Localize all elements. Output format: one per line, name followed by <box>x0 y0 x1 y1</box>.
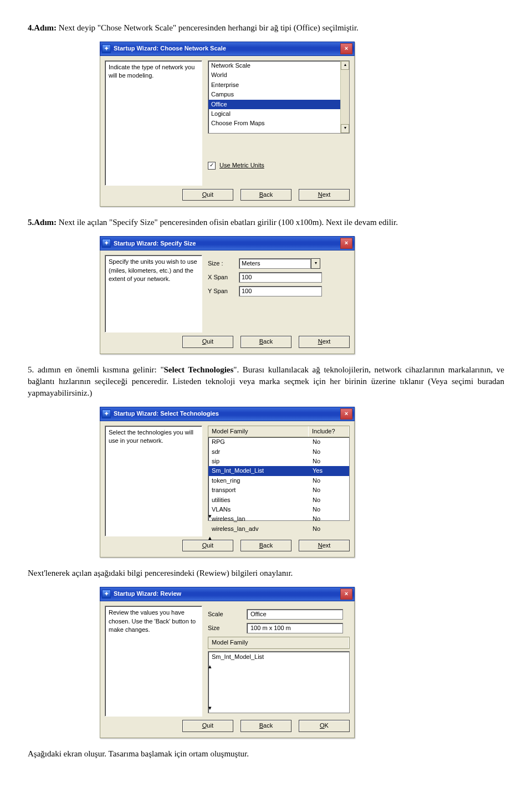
titlebar[interactable]: ✦ Startup Wizard: Select Technologies × <box>100 407 355 421</box>
list-item-selected[interactable]: Office <box>208 100 349 109</box>
dialog-choose-network-scale: ✦ Startup Wizard: Choose Network Scale ×… <box>100 42 355 207</box>
step4-text: Next deyip "Chose Network Scale" pencere… <box>57 23 359 32</box>
table-row[interactable]: VLANsNo <box>208 505 349 514</box>
table-header: Model Family Include? <box>208 426 350 437</box>
instruction-text: Specify the units you wish to use (miles… <box>109 258 197 282</box>
size-value: 100 m x 100 m <box>247 623 343 633</box>
list-item[interactable]: Enterprise <box>208 80 349 90</box>
checkbox-label: Use Metric Units <box>219 162 264 168</box>
quit-button[interactable]: Quit <box>182 336 233 347</box>
list-item[interactable]: Campus <box>208 90 349 99</box>
close-icon[interactable]: × <box>340 408 352 420</box>
instruction-box: Indicate the type of network you will be… <box>105 60 202 186</box>
scroll-down-icon[interactable]: ▾ <box>208 704 212 712</box>
yspan-label: Y Span <box>208 287 239 295</box>
step5-text: Next ile açılan "Specify Size" penceresi… <box>57 218 398 227</box>
chevron-down-icon[interactable]: ▾ <box>311 258 320 269</box>
quit-button[interactable]: Quit <box>182 720 233 732</box>
table-row[interactable]: utilitiesNo <box>208 495 349 505</box>
col-model-family: Model Family <box>208 637 349 648</box>
list-item[interactable]: Logical <box>208 109 349 119</box>
ok-button[interactable]: OK <box>299 720 350 732</box>
xspan-label: X Span <box>208 273 239 282</box>
titlebar[interactable]: ✦ Startup Wizard: Specify Size × <box>100 236 355 250</box>
next-button[interactable]: Next <box>299 336 350 347</box>
step5-paragraph: 5.Adım: Next ile açılan "Specify Size" p… <box>28 217 504 228</box>
list-item[interactable]: World <box>208 70 349 80</box>
scrollbar[interactable]: ▴ ▾ <box>208 534 349 542</box>
col-include[interactable]: Include? <box>309 426 349 437</box>
table-row[interactable]: sdrNo <box>208 447 349 457</box>
table-row[interactable]: wireless_lanNo <box>208 514 349 524</box>
instruction-box: Specify the units you wish to use (miles… <box>105 255 202 332</box>
scroll-down-icon[interactable]: ▾ <box>341 124 349 133</box>
technologies-table[interactable]: RPGNo sdrNo sipNo Sm_Int_Model_ListYes t… <box>208 437 350 521</box>
app-icon: ✦ <box>102 239 111 248</box>
size-label: Size <box>208 624 236 632</box>
list-item[interactable]: Choose From Maps <box>208 119 349 128</box>
network-scale-listbox[interactable]: Network Scale World Enterprise Campus Of… <box>208 60 350 134</box>
table-row-selected[interactable]: Sm_Int_Model_ListYes <box>208 466 349 475</box>
last-paragraph: Aşağıdaki ekran oluşur. Tasarıma başlama… <box>28 748 504 760</box>
size-label: Size : <box>208 259 239 268</box>
step4-heading: 4.Adım: <box>28 23 57 32</box>
scroll-up-icon[interactable]: ▴ <box>341 61 349 70</box>
app-icon: ✦ <box>102 590 111 598</box>
select-tech-paragraph: 5. adımın en önemli kısmına gelinir: "Se… <box>28 364 504 399</box>
scroll-up-icon[interactable]: ▴ <box>208 534 349 542</box>
instruction-text: Review the values you have chosen. Use t… <box>109 609 196 633</box>
app-icon: ✦ <box>102 410 111 418</box>
table-row[interactable]: wireless_lan_advNo <box>208 524 349 534</box>
close-icon[interactable]: × <box>340 238 352 249</box>
size-combo[interactable]: Meters ▾ <box>239 258 320 269</box>
back-button[interactable]: Back <box>241 720 291 732</box>
next-button[interactable]: Next <box>299 189 350 201</box>
table-row[interactable]: RPGNo <box>208 437 349 447</box>
checkbox-icon[interactable]: ✓ <box>208 162 216 170</box>
list-item: Sm_Int_Model_List <box>208 652 349 662</box>
step5-heading: 5.Adım: <box>28 218 57 227</box>
yspan-input[interactable]: 100 <box>239 286 322 296</box>
list-item[interactable]: Network Scale <box>208 61 349 70</box>
titlebar[interactable]: ✦ Startup Wizard: Choose Network Scale × <box>100 42 355 56</box>
scrollbar[interactable]: ▴ ▾ <box>208 662 349 671</box>
review-list: Sm_Int_Model_List ▴ ▾ <box>208 651 350 713</box>
dialog-review: ✦ Startup Wizard: Review × Review the va… <box>100 587 355 738</box>
back-button[interactable]: Back <box>241 336 291 347</box>
titlebar[interactable]: ✦ Startup Wizard: Review × <box>100 587 355 601</box>
col-model-family[interactable]: Model Family <box>208 426 309 437</box>
title-text: Startup Wizard: Specify Size <box>114 239 196 248</box>
size-value[interactable]: Meters <box>239 258 311 269</box>
p5b-a: 5. adımın en önemli kısmına gelinir: " <box>28 365 164 374</box>
instruction-text: Select the technologies you will use in … <box>109 429 193 444</box>
table-row[interactable]: token_ringNo <box>208 476 349 485</box>
table-row[interactable]: sipNo <box>208 457 349 466</box>
quit-button[interactable]: Quit <box>182 189 233 201</box>
step4-paragraph: 4.Adım: Next deyip "Chose Network Scale"… <box>28 22 504 34</box>
title-text: Startup Wizard: Choose Network Scale <box>114 44 226 53</box>
close-icon[interactable]: × <box>340 43 352 54</box>
instruction-box: Review the values you have chosen. Use t… <box>105 606 202 717</box>
scale-value: Office <box>247 609 343 620</box>
title-text: Startup Wizard: Review <box>114 590 181 598</box>
p5b-bold: Select Technologies <box>164 365 234 374</box>
next-review-paragraph: Next'lenerek açılan aşağıdaki bilgi penc… <box>28 567 504 579</box>
close-icon[interactable]: × <box>340 589 352 600</box>
metric-units-row[interactable]: ✓ Use Metric Units <box>208 161 350 170</box>
scroll-up-icon[interactable]: ▴ <box>208 662 349 671</box>
xspan-input[interactable]: 100 <box>239 272 322 283</box>
scale-label: Scale <box>208 610 236 618</box>
app-icon: ✦ <box>102 44 111 53</box>
dialog-select-technologies: ✦ Startup Wizard: Select Technologies × … <box>100 407 355 557</box>
table-row[interactable]: transportNo <box>208 485 349 495</box>
scrollbar[interactable]: ▴ ▾ <box>340 61 349 133</box>
title-text: Startup Wizard: Select Technologies <box>114 410 219 418</box>
back-button[interactable]: Back <box>241 189 291 201</box>
scroll-down-icon[interactable]: ▾ <box>208 512 212 520</box>
instruction-box: Select the technologies you will use in … <box>105 426 202 536</box>
review-table-header: Model Family <box>208 637 350 648</box>
instruction-text: Indicate the type of network you will be… <box>109 64 195 79</box>
dialog-specify-size: ✦ Startup Wizard: Specify Size × Specify… <box>100 236 355 354</box>
